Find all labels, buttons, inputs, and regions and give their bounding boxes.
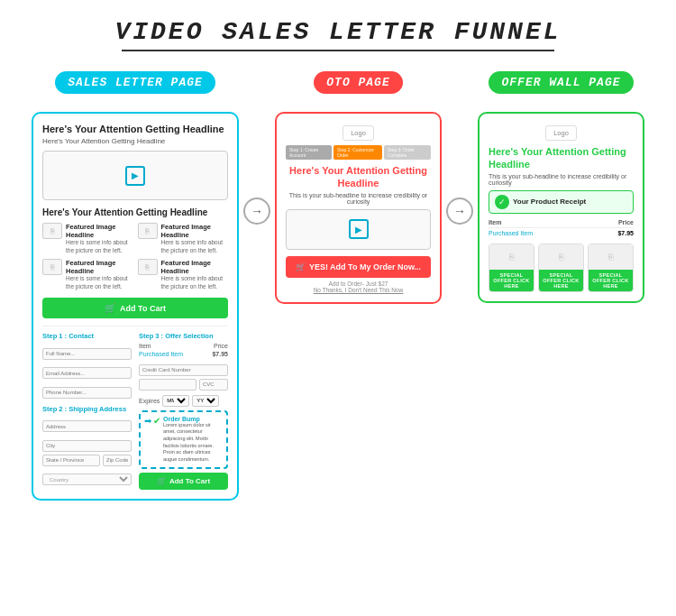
add-to-cart-button-2[interactable]: 🛒 Add To Cart: [139, 473, 228, 490]
item-col-header: Item: [139, 343, 151, 349]
feat-title-1: Featured Image Headline: [66, 223, 133, 239]
offer-img-icon-1: ⎘: [509, 253, 514, 262]
feat-title-4: Featured Image Headline: [161, 259, 229, 275]
feat-desc-3: Here is some info about the picture on t…: [66, 275, 133, 290]
cc-cvc-row: [139, 379, 228, 393]
sales-letter-label: SALES LETTER PAGE: [55, 71, 215, 94]
ow-headline: Here's Your Attention Getting Headline: [489, 145, 634, 171]
order-bump: ➡ ✔ Order Bump Lorem ipsum dolor sit ame…: [139, 410, 228, 469]
add-to-cart-label-2: Add To Cart: [169, 477, 210, 485]
item-price: $7.95: [212, 351, 228, 357]
bump-icon: ➡ ✔: [144, 416, 160, 426]
form-col-right: Step 3 : Offer Selection Item Price Purc…: [139, 332, 228, 490]
bump-text: Lorem ipsum dolor sit amet, consectetur …: [163, 422, 223, 464]
step3-label: Step 3 : Offer Selection: [139, 332, 228, 340]
offer-wall-panel: OFFER WALL PAGE Logo Here's Your Attenti…: [478, 71, 644, 303]
price-col-header: Price: [214, 343, 228, 349]
oto-video-icon: ▶: [349, 219, 369, 239]
address-input[interactable]: [42, 420, 132, 432]
ow-item-row: Purchased Item $7.95: [489, 227, 634, 238]
ow-offers: ⎘ SPECIAL OFFER CLICK HERE ⎘ SPECIAL OFF…: [489, 244, 634, 292]
feat-img-4: ⎘: [138, 259, 158, 275]
offer-img-3: ⎘: [589, 244, 633, 270]
ow-item-col-header: Item: [489, 219, 596, 228]
item-header-row: Item Price: [139, 343, 228, 349]
expires-row: Expires MM YY: [139, 395, 228, 407]
country-select[interactable]: Country: [42, 473, 132, 485]
item-name: Purchased Item: [139, 351, 183, 357]
oto-panel: OTO PAGE Logo Step 1: Create Account Ste…: [275, 71, 442, 304]
slp-video-box: ▶: [42, 151, 228, 200]
title-underline: [122, 50, 554, 51]
phone-input[interactable]: [42, 387, 132, 399]
page-wrapper: VIDEO SALES LETTER FUNNEL SALES LETTER P…: [0, 0, 676, 519]
add-to-cart-label: Add To Cart: [120, 304, 166, 313]
add-to-cart-button[interactable]: 🛒 Add To Cart: [42, 298, 228, 318]
feat-desc-1: Here is some info about the picture on t…: [66, 239, 133, 254]
zip-input[interactable]: [103, 455, 132, 466]
offer-img-icon-2: ⎘: [559, 253, 563, 262]
feat-desc-2: Here is some info about the picture on t…: [161, 239, 229, 254]
feature-item-1: ⎘ Featured Image Headline Here is some i…: [42, 223, 133, 254]
receipt-check-icon: ✓: [495, 195, 509, 209]
slp-feat-headline: Here's Your Attention Getting Headline: [42, 207, 228, 217]
oto-add-text: Add to Order- Just $27: [286, 280, 431, 287]
feature-item-3: ⎘ Featured Image Headline Here is some i…: [42, 259, 133, 290]
oto-video: ▶: [286, 209, 431, 250]
oto-add-button[interactable]: 🛒 YES! Add To My Order Now...: [286, 256, 431, 278]
state-input[interactable]: [42, 455, 100, 466]
offer-wall-label: OFFER WALL PAGE: [489, 71, 633, 94]
yy-select[interactable]: YY: [192, 395, 219, 407]
offer-card-2: ⎘ SPECIAL OFFER CLICK HERE: [538, 244, 584, 292]
cart-icon-2: 🛒: [157, 477, 166, 485]
sales-letter-panel: SALES LETTER PAGE Here's Your Attention …: [32, 71, 239, 501]
expires-label: Expires: [139, 398, 160, 404]
order-form: Step 1 : Contact Step 2 : Shipping Addre…: [42, 326, 228, 490]
ow-receipt: ✓ Your Product Receipt: [489, 190, 634, 214]
oto-skip-text[interactable]: No Thanks, I Don't Need This Now: [286, 287, 431, 293]
cvc-input[interactable]: [199, 379, 228, 391]
step1-label: Step 1 : Contact: [42, 332, 132, 340]
feature-item-2: ⎘ Featured Image Headline Here is some i…: [138, 223, 229, 254]
form-col-left: Step 1 : Contact Step 2 : Shipping Addre…: [42, 332, 132, 490]
full-name-input[interactable]: [42, 348, 132, 360]
mm-select[interactable]: MM: [162, 395, 189, 407]
img-icon-2: ⎘: [145, 227, 150, 235]
img-icon-1: ⎘: [50, 227, 55, 235]
offer-btn-2[interactable]: SPECIAL OFFER CLICK HERE: [539, 270, 583, 291]
slp-sub: Here's Your Attention Getting Headline: [42, 137, 228, 145]
cc-input[interactable]: [139, 364, 228, 376]
oto-step-2: Step 2: Customize Order: [333, 145, 382, 160]
video-icon: ▶: [125, 166, 145, 186]
cc-number-input[interactable]: [139, 379, 196, 391]
ow-price-col-header: Price: [596, 219, 634, 228]
img-icon-4: ⎘: [145, 263, 150, 271]
oto-steps: Step 1: Create Account Step 2: Customize…: [286, 145, 431, 160]
oto-sub: This is your sub-headline to increase cr…: [286, 192, 431, 205]
feat-img-3: ⎘: [42, 259, 62, 275]
step2-label: Step 2 : Shipping Address: [42, 405, 132, 413]
offer-wall-box: Logo Here's Your Attention Getting Headl…: [478, 112, 644, 303]
slp-headline: Here's Your Attention Getting Headline: [42, 123, 228, 135]
city-input[interactable]: [42, 440, 132, 452]
oto-step-3: Step 3: Order Complete: [384, 145, 431, 160]
bump-arrow-icon: ➡: [144, 416, 151, 426]
arrow-col-2: →: [442, 71, 478, 225]
email-input[interactable]: [42, 367, 132, 379]
feat-title-2: Featured Image Headline: [161, 223, 229, 239]
oto-headline: Here's Your Attention Getting Headline: [286, 164, 431, 190]
cart-icon: 🛒: [105, 303, 115, 313]
arrow-2: →: [446, 198, 473, 225]
feat-img-1: ⎘: [42, 223, 62, 239]
offer-card-3: ⎘ SPECIAL OFFER CLICK HERE: [588, 244, 634, 292]
form-cols: Step 1 : Contact Step 2 : Shipping Addre…: [42, 332, 228, 490]
funnel-row: SALES LETTER PAGE Here's Your Attention …: [14, 71, 662, 501]
state-zip-row: [42, 455, 132, 469]
ow-item-name: Purchased Item: [489, 227, 596, 238]
oto-cart-icon: 🛒: [296, 262, 306, 271]
slp-features: ⎘ Featured Image Headline Here is some i…: [42, 223, 228, 290]
offer-btn-3[interactable]: SPECIAL OFFER CLICK HERE: [589, 270, 633, 291]
feature-item-4: ⎘ Featured Image Headline Here is some i…: [138, 259, 229, 290]
main-title: VIDEO SALES LETTER FUNNEL: [14, 18, 662, 46]
offer-btn-1[interactable]: SPECIAL OFFER CLICK HERE: [489, 270, 534, 291]
